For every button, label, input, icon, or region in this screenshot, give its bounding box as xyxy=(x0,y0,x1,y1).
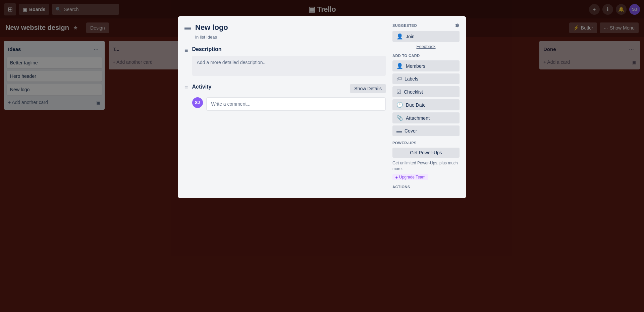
description-icon: ≡ xyxy=(184,47,188,54)
comment-avatar: SJ xyxy=(192,97,203,108)
upgrade-team-label: Upgrade Team xyxy=(399,175,426,179)
activity-title: Activity xyxy=(192,84,212,90)
powerups-title: POWER-UPS xyxy=(392,141,460,145)
feedback-link[interactable]: Feedback xyxy=(392,44,460,49)
due-date-label: Due Date xyxy=(406,102,426,108)
in-list-prefix: in list xyxy=(195,35,205,40)
close-icon: × xyxy=(455,22,459,30)
comment-input[interactable]: Write a comment... xyxy=(206,97,386,111)
members-label: Members xyxy=(406,63,425,69)
attachment-button[interactable]: 📎 Attachment xyxy=(392,112,460,123)
checklist-label: Checklist xyxy=(404,89,423,95)
labels-icon: 🏷 xyxy=(396,76,402,82)
join-icon: 👤 xyxy=(396,33,403,40)
description-placeholder: Add a more detailed description... xyxy=(197,60,267,65)
due-date-button[interactable]: 🕐 Due Date xyxy=(392,99,460,110)
modal-left-column: ▬ New logo in list Ideas ≡ Description A… xyxy=(184,23,386,192)
modal-overlay[interactable]: × ▬ New logo in list Ideas ≡ Description… xyxy=(0,0,644,312)
cover-label: Cover xyxy=(405,128,417,134)
actions-section: ACTIONS xyxy=(392,185,460,189)
labels-label: Labels xyxy=(405,76,418,82)
card-list-info: in list Ideas xyxy=(195,35,386,40)
activity-icon: ≡ xyxy=(184,85,188,92)
attachment-icon: 📎 xyxy=(396,115,403,121)
powerups-description: Get unlimited Power-Ups, plus much more. xyxy=(392,160,460,172)
upgrade-icon: ◈ xyxy=(395,175,398,179)
cover-icon: ▬ xyxy=(396,128,402,134)
checklist-icon: ☑ xyxy=(396,89,401,95)
labels-button[interactable]: 🏷 Labels xyxy=(392,73,460,84)
description-input[interactable]: Add a more detailed description... xyxy=(192,56,386,76)
actions-title: ACTIONS xyxy=(392,185,460,189)
join-button[interactable]: 👤 Join xyxy=(392,31,460,42)
powerups-section: POWER-UPS Get Power-Ups Get unlimited Po… xyxy=(392,141,460,180)
activity-content: Activity Show Details SJ Write a comment… xyxy=(192,84,386,111)
modal-card-header: ▬ New logo xyxy=(184,23,386,33)
card-type-icon: ▬ xyxy=(184,23,191,31)
activity-section: ≡ Activity Show Details SJ Write a comme… xyxy=(184,84,386,111)
card-list-link[interactable]: Ideas xyxy=(206,35,217,40)
card-title[interactable]: New logo xyxy=(195,23,228,33)
modal-close-button[interactable]: × xyxy=(451,20,462,31)
members-icon: 👤 xyxy=(396,63,403,69)
cover-button[interactable]: ▬ Cover xyxy=(392,125,460,136)
comment-placeholder: Write a comment... xyxy=(211,101,251,107)
card-modal: × ▬ New logo in list Ideas ≡ Description… xyxy=(178,16,466,198)
activity-header: Activity Show Details xyxy=(192,84,386,93)
comment-row: SJ Write a comment... xyxy=(192,97,386,111)
description-content: Description Add a more detailed descript… xyxy=(192,46,386,76)
join-label: Join xyxy=(406,34,415,39)
due-date-icon: 🕐 xyxy=(396,102,403,108)
members-button[interactable]: 👤 Members xyxy=(392,60,460,71)
checklist-button[interactable]: ☑ Checklist xyxy=(392,86,460,97)
get-powerups-button[interactable]: Get Power-Ups xyxy=(392,148,460,158)
attachment-label: Attachment xyxy=(406,115,430,121)
show-details-button[interactable]: Show Details xyxy=(350,84,386,93)
upgrade-team-button[interactable]: ◈ Upgrade Team xyxy=(392,174,428,180)
description-section: ≡ Description Add a more detailed descri… xyxy=(184,46,386,76)
modal-right-column: SUGGESTED ⚙ 👤 Join Feedback ADD TO CARD … xyxy=(392,23,460,192)
add-to-card-section: ADD TO CARD 👤 Members 🏷 Labels ☑ Checkli… xyxy=(392,54,460,136)
suggested-section-title: SUGGESTED ⚙ xyxy=(392,23,460,28)
add-to-card-title: ADD TO CARD xyxy=(392,54,460,58)
suggested-section: SUGGESTED ⚙ 👤 Join Feedback xyxy=(392,23,460,49)
description-title: Description xyxy=(192,46,386,52)
